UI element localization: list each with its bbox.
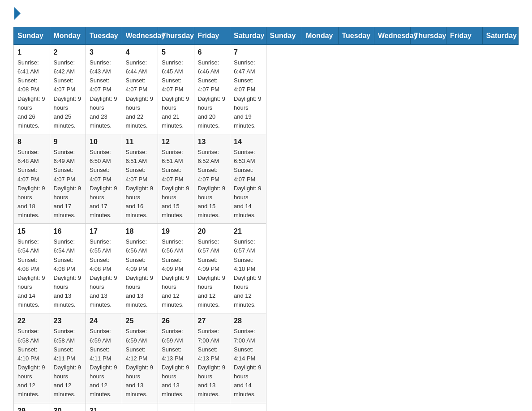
day-info: Sunrise: 6:55 AMSunset: 4:08 PMDaylight:… bbox=[90, 237, 118, 309]
calendar-week-row: 15Sunrise: 6:54 AMSunset: 4:08 PMDayligh… bbox=[14, 224, 519, 313]
day-header-friday: Friday bbox=[194, 27, 230, 45]
day-header-monday: Monday bbox=[50, 27, 86, 45]
calendar-cell: 13Sunrise: 6:52 AMSunset: 4:07 PMDayligh… bbox=[194, 134, 230, 224]
calendar-cell: 16Sunrise: 6:54 AMSunset: 4:08 PMDayligh… bbox=[50, 224, 86, 313]
day-info: Sunrise: 6:50 AMSunset: 4:07 PMDaylight:… bbox=[90, 148, 118, 220]
day-number: 12 bbox=[162, 138, 190, 146]
day-number: 22 bbox=[17, 317, 46, 325]
calendar-cell: 17Sunrise: 6:55 AMSunset: 4:08 PMDayligh… bbox=[86, 224, 122, 313]
calendar-cell: 29Sunrise: 7:00 AMSunset: 4:15 PMDayligh… bbox=[14, 403, 50, 411]
day-info: Sunrise: 6:59 AMSunset: 4:13 PMDaylight:… bbox=[162, 327, 190, 399]
day-number: 23 bbox=[54, 317, 82, 325]
day-header-sunday: Sunday bbox=[14, 27, 50, 45]
day-info: Sunrise: 6:54 AMSunset: 4:08 PMDaylight:… bbox=[54, 237, 82, 309]
day-number: 8 bbox=[17, 138, 46, 146]
calendar-cell bbox=[158, 403, 194, 411]
calendar-cell: 1Sunrise: 6:41 AMSunset: 4:08 PMDaylight… bbox=[14, 45, 50, 134]
day-header-saturday: Saturday bbox=[230, 27, 266, 45]
day-header-thursday: Thursday bbox=[410, 27, 446, 45]
calendar-cell bbox=[194, 403, 230, 411]
calendar-cell: 10Sunrise: 6:50 AMSunset: 4:07 PMDayligh… bbox=[86, 134, 122, 224]
calendar-week-row: 1Sunrise: 6:41 AMSunset: 4:08 PMDaylight… bbox=[14, 45, 519, 134]
calendar-cell: 24Sunrise: 6:59 AMSunset: 4:11 PMDayligh… bbox=[86, 313, 122, 403]
day-number: 20 bbox=[198, 227, 227, 235]
calendar-cell: 31Sunrise: 7:01 AMSunset: 4:16 PMDayligh… bbox=[86, 403, 122, 411]
day-number: 5 bbox=[162, 48, 190, 56]
day-info: Sunrise: 6:47 AMSunset: 4:07 PMDaylight:… bbox=[234, 58, 262, 130]
calendar-cell: 2Sunrise: 6:42 AMSunset: 4:07 PMDaylight… bbox=[50, 45, 86, 134]
day-header-wednesday: Wednesday bbox=[374, 27, 411, 45]
day-number: 29 bbox=[17, 407, 46, 411]
day-info: Sunrise: 6:48 AMSunset: 4:07 PMDaylight:… bbox=[17, 148, 46, 220]
day-info: Sunrise: 6:43 AMSunset: 4:07 PMDaylight:… bbox=[90, 58, 118, 130]
day-number: 17 bbox=[90, 227, 118, 235]
day-header-sunday: Sunday bbox=[266, 27, 302, 45]
logo-arrow-icon bbox=[14, 7, 21, 20]
day-number: 1 bbox=[17, 48, 46, 56]
calendar-cell: 20Sunrise: 6:57 AMSunset: 4:09 PMDayligh… bbox=[194, 224, 230, 313]
day-info: Sunrise: 6:45 AMSunset: 4:07 PMDaylight:… bbox=[162, 58, 190, 130]
day-info: Sunrise: 6:42 AMSunset: 4:07 PMDaylight:… bbox=[54, 58, 82, 130]
day-info: Sunrise: 6:56 AMSunset: 4:09 PMDaylight:… bbox=[126, 237, 154, 309]
day-info: Sunrise: 6:56 AMSunset: 4:09 PMDaylight:… bbox=[162, 237, 190, 309]
day-number: 31 bbox=[90, 407, 118, 411]
day-number: 19 bbox=[162, 227, 190, 235]
calendar-cell: 14Sunrise: 6:53 AMSunset: 4:07 PMDayligh… bbox=[230, 134, 266, 224]
calendar-cell: 18Sunrise: 6:56 AMSunset: 4:09 PMDayligh… bbox=[122, 224, 158, 313]
calendar-cell: 23Sunrise: 6:58 AMSunset: 4:11 PMDayligh… bbox=[50, 313, 86, 403]
calendar-cell: 7Sunrise: 6:47 AMSunset: 4:07 PMDaylight… bbox=[230, 45, 266, 134]
day-number: 3 bbox=[90, 48, 118, 56]
day-header-monday: Monday bbox=[302, 27, 339, 45]
calendar-cell: 3Sunrise: 6:43 AMSunset: 4:07 PMDaylight… bbox=[86, 45, 122, 134]
day-header-tuesday: Tuesday bbox=[86, 27, 122, 45]
day-info: Sunrise: 6:52 AMSunset: 4:07 PMDaylight:… bbox=[198, 148, 227, 220]
calendar-cell: 11Sunrise: 6:51 AMSunset: 4:07 PMDayligh… bbox=[122, 134, 158, 224]
day-info: Sunrise: 6:51 AMSunset: 4:07 PMDaylight:… bbox=[126, 148, 154, 220]
logo bbox=[13, 9, 21, 18]
day-info: Sunrise: 6:49 AMSunset: 4:07 PMDaylight:… bbox=[54, 148, 82, 220]
day-info: Sunrise: 6:58 AMSunset: 4:11 PMDaylight:… bbox=[54, 327, 82, 399]
day-header-friday: Friday bbox=[446, 27, 483, 45]
day-info: Sunrise: 6:41 AMSunset: 4:08 PMDaylight:… bbox=[17, 58, 46, 130]
calendar-cell: 4Sunrise: 6:44 AMSunset: 4:07 PMDaylight… bbox=[122, 45, 158, 134]
calendar-cell bbox=[230, 403, 266, 411]
day-header-saturday: Saturday bbox=[482, 27, 519, 45]
calendar-cell: 22Sunrise: 6:58 AMSunset: 4:10 PMDayligh… bbox=[14, 313, 50, 403]
calendar-cell: 8Sunrise: 6:48 AMSunset: 4:07 PMDaylight… bbox=[14, 134, 50, 224]
day-number: 26 bbox=[162, 317, 190, 325]
calendar-cell: 15Sunrise: 6:54 AMSunset: 4:08 PMDayligh… bbox=[14, 224, 50, 313]
day-number: 18 bbox=[126, 227, 154, 235]
day-info: Sunrise: 7:00 AMSunset: 4:13 PMDaylight:… bbox=[198, 327, 227, 399]
day-header-thursday: Thursday bbox=[158, 27, 194, 45]
day-info: Sunrise: 6:57 AMSunset: 4:10 PMDaylight:… bbox=[234, 237, 262, 309]
day-number: 6 bbox=[198, 48, 227, 56]
day-number: 21 bbox=[234, 227, 262, 235]
day-number: 7 bbox=[234, 48, 262, 56]
day-number: 13 bbox=[198, 138, 227, 146]
day-number: 14 bbox=[234, 138, 262, 146]
day-number: 25 bbox=[126, 317, 154, 325]
calendar-cell: 5Sunrise: 6:45 AMSunset: 4:07 PMDaylight… bbox=[158, 45, 194, 134]
day-number: 16 bbox=[54, 227, 82, 235]
day-header-wednesday: Wednesday bbox=[122, 27, 158, 45]
calendar-week-row: 22Sunrise: 6:58 AMSunset: 4:10 PMDayligh… bbox=[14, 313, 519, 403]
day-info: Sunrise: 6:59 AMSunset: 4:12 PMDaylight:… bbox=[126, 327, 154, 399]
day-number: 27 bbox=[198, 317, 227, 325]
calendar-cell: 9Sunrise: 6:49 AMSunset: 4:07 PMDaylight… bbox=[50, 134, 86, 224]
day-info: Sunrise: 6:59 AMSunset: 4:11 PMDaylight:… bbox=[90, 327, 118, 399]
calendar-week-row: 8Sunrise: 6:48 AMSunset: 4:07 PMDaylight… bbox=[14, 134, 519, 224]
page-header bbox=[13, 9, 519, 18]
calendar-cell bbox=[122, 403, 158, 411]
day-number: 4 bbox=[126, 48, 154, 56]
day-number: 9 bbox=[54, 138, 82, 146]
day-number: 15 bbox=[17, 227, 46, 235]
day-info: Sunrise: 6:51 AMSunset: 4:07 PMDaylight:… bbox=[162, 148, 190, 220]
day-header-tuesday: Tuesday bbox=[338, 27, 374, 45]
day-number: 10 bbox=[90, 138, 118, 146]
calendar-header-row: SundayMondayTuesdayWednesdayThursdayFrid… bbox=[14, 27, 519, 45]
calendar-cell: 27Sunrise: 7:00 AMSunset: 4:13 PMDayligh… bbox=[194, 313, 230, 403]
day-info: Sunrise: 6:44 AMSunset: 4:07 PMDaylight:… bbox=[126, 58, 154, 130]
day-number: 30 bbox=[54, 407, 82, 411]
day-info: Sunrise: 6:46 AMSunset: 4:07 PMDaylight:… bbox=[198, 58, 227, 130]
calendar-cell: 21Sunrise: 6:57 AMSunset: 4:10 PMDayligh… bbox=[230, 224, 266, 313]
